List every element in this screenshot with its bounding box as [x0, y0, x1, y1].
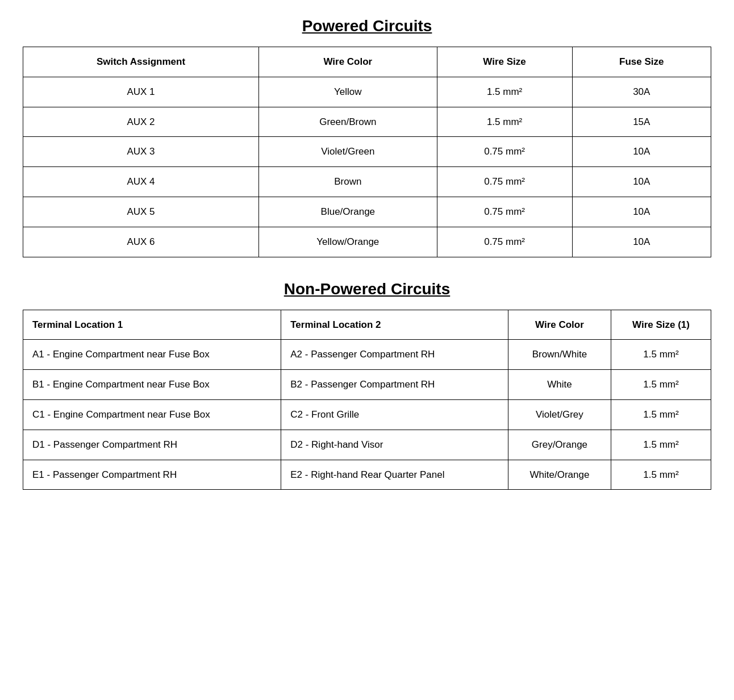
table-cell: 10A [572, 227, 711, 257]
table-cell: Blue/Orange [259, 197, 437, 227]
table-cell: White/Orange [508, 460, 611, 490]
table-cell: Violet/Grey [508, 399, 611, 430]
table-cell: AUX 1 [23, 77, 259, 107]
table-cell: D1 - Passenger Compartment RH [23, 430, 281, 460]
non-powered-header-wire-color: Wire Color [508, 310, 611, 340]
table-cell: 1.5 mm² [611, 340, 711, 370]
table-cell: 0.75 mm² [437, 197, 572, 227]
table-cell: Violet/Green [259, 137, 437, 167]
powered-header-row: Switch Assignment Wire Color Wire Size F… [23, 47, 711, 77]
table-cell: 1.5 mm² [437, 107, 572, 137]
table-cell: E2 - Right-hand Rear Quarter Panel [281, 460, 508, 490]
table-cell: Brown [259, 167, 437, 197]
table-cell: A2 - Passenger Compartment RH [281, 340, 508, 370]
table-cell: 0.75 mm² [437, 167, 572, 197]
non-powered-header-wire-size: Wire Size (1) [611, 310, 711, 340]
table-row: AUX 3Violet/Green0.75 mm²10A [23, 137, 711, 167]
powered-header-wire-color: Wire Color [259, 47, 437, 77]
table-cell: D2 - Right-hand Visor [281, 430, 508, 460]
table-cell: A1 - Engine Compartment near Fuse Box [23, 340, 281, 370]
table-row: A1 - Engine Compartment near Fuse BoxA2 … [23, 340, 711, 370]
table-cell: 0.75 mm² [437, 227, 572, 257]
non-powered-header-terminal2: Terminal Location 2 [281, 310, 508, 340]
table-cell: B1 - Engine Compartment near Fuse Box [23, 370, 281, 400]
table-row: AUX 2Green/Brown1.5 mm²15A [23, 107, 711, 137]
table-cell: White [508, 370, 611, 400]
powered-header-fuse-size: Fuse Size [572, 47, 711, 77]
table-cell: AUX 2 [23, 107, 259, 137]
table-cell: C2 - Front Grille [281, 399, 508, 430]
table-cell: E1 - Passenger Compartment RH [23, 460, 281, 490]
table-cell: Yellow [259, 77, 437, 107]
powered-circuits-title: Powered Circuits [23, 17, 711, 35]
table-row: D1 - Passenger Compartment RHD2 - Right-… [23, 430, 711, 460]
table-cell: Green/Brown [259, 107, 437, 137]
table-cell: B2 - Passenger Compartment RH [281, 370, 508, 400]
table-cell: 1.5 mm² [437, 77, 572, 107]
powered-header-wire-size: Wire Size [437, 47, 572, 77]
table-cell: AUX 6 [23, 227, 259, 257]
table-row: AUX 1Yellow1.5 mm²30A [23, 77, 711, 107]
table-cell: 10A [572, 197, 711, 227]
table-row: AUX 6Yellow/Orange0.75 mm²10A [23, 227, 711, 257]
table-cell: AUX 3 [23, 137, 259, 167]
table-cell: 15A [572, 107, 711, 137]
table-cell: 30A [572, 77, 711, 107]
table-cell: AUX 4 [23, 167, 259, 197]
table-cell: 0.75 mm² [437, 137, 572, 167]
table-cell: Grey/Orange [508, 430, 611, 460]
powered-circuits-table: Switch Assignment Wire Color Wire Size F… [23, 47, 711, 257]
table-row: AUX 4Brown0.75 mm²10A [23, 167, 711, 197]
table-cell: Brown/White [508, 340, 611, 370]
non-powered-circuits-title: Non-Powered Circuits [23, 280, 711, 298]
non-powered-header-row: Terminal Location 1 Terminal Location 2 … [23, 310, 711, 340]
table-cell: 1.5 mm² [611, 399, 711, 430]
non-powered-circuits-table: Terminal Location 1 Terminal Location 2 … [23, 310, 711, 490]
non-powered-header-terminal1: Terminal Location 1 [23, 310, 281, 340]
table-cell: 10A [572, 137, 711, 167]
table-cell: AUX 5 [23, 197, 259, 227]
table-row: AUX 5Blue/Orange0.75 mm²10A [23, 197, 711, 227]
table-cell: 1.5 mm² [611, 370, 711, 400]
table-row: B1 - Engine Compartment near Fuse BoxB2 … [23, 370, 711, 400]
table-cell: C1 - Engine Compartment near Fuse Box [23, 399, 281, 430]
table-cell: 1.5 mm² [611, 430, 711, 460]
table-row: C1 - Engine Compartment near Fuse BoxC2 … [23, 399, 711, 430]
table-cell: 1.5 mm² [611, 460, 711, 490]
table-cell: 10A [572, 167, 711, 197]
powered-header-switch: Switch Assignment [23, 47, 259, 77]
table-cell: Yellow/Orange [259, 227, 437, 257]
table-row: E1 - Passenger Compartment RHE2 - Right-… [23, 460, 711, 490]
